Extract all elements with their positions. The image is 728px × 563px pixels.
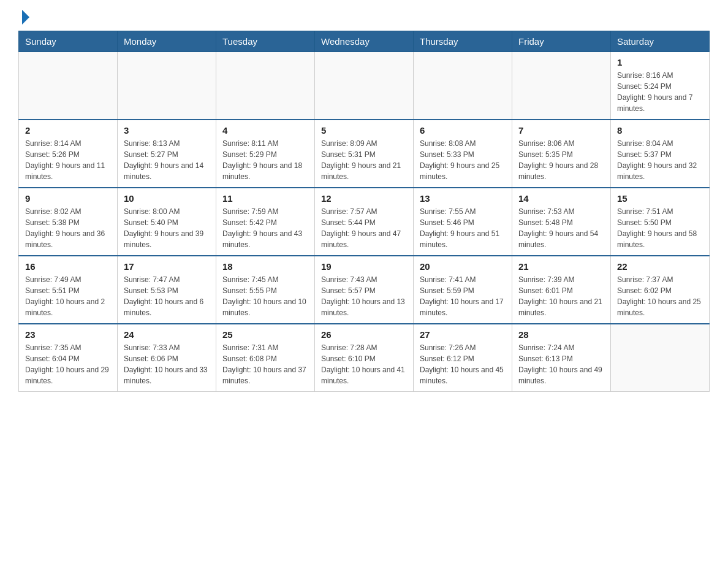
- calendar-cell: 7Sunrise: 8:06 AMSunset: 5:35 PMDaylight…: [512, 120, 611, 188]
- calendar-cell: 20Sunrise: 7:41 AMSunset: 5:59 PMDayligh…: [414, 256, 512, 324]
- page-header: [18, 12, 710, 25]
- day-info: Sunrise: 7:51 AMSunset: 5:50 PMDaylight:…: [617, 206, 703, 250]
- calendar-cell: 4Sunrise: 8:11 AMSunset: 5:29 PMDaylight…: [216, 120, 315, 188]
- day-info: Sunrise: 7:41 AMSunset: 5:59 PMDaylight:…: [420, 274, 506, 318]
- day-number: 24: [124, 329, 210, 340]
- logo-arrow-icon: [22, 10, 29, 25]
- calendar-cell: 21Sunrise: 7:39 AMSunset: 6:01 PMDayligh…: [512, 256, 611, 324]
- calendar-cell: [611, 324, 710, 392]
- day-info: Sunrise: 7:31 AMSunset: 6:08 PMDaylight:…: [222, 342, 308, 386]
- weekday-header-friday: Friday: [512, 31, 611, 52]
- weekday-header-sunday: Sunday: [19, 31, 118, 52]
- day-number: 13: [420, 193, 506, 204]
- week-row-2: 2Sunrise: 8:14 AMSunset: 5:26 PMDaylight…: [19, 120, 710, 188]
- day-number: 11: [222, 193, 308, 204]
- day-number: 14: [518, 193, 604, 204]
- calendar-cell: 10Sunrise: 8:00 AMSunset: 5:40 PMDayligh…: [118, 188, 216, 256]
- day-number: 4: [222, 125, 308, 136]
- calendar-cell: [414, 52, 512, 120]
- calendar-cell: 13Sunrise: 7:55 AMSunset: 5:46 PMDayligh…: [414, 188, 512, 256]
- calendar-cell: 19Sunrise: 7:43 AMSunset: 5:57 PMDayligh…: [315, 256, 414, 324]
- day-info: Sunrise: 8:09 AMSunset: 5:31 PMDaylight:…: [321, 138, 407, 182]
- day-info: Sunrise: 7:47 AMSunset: 5:53 PMDaylight:…: [124, 274, 210, 318]
- day-info: Sunrise: 8:02 AMSunset: 5:38 PMDaylight:…: [25, 206, 111, 250]
- calendar-cell: 11Sunrise: 7:59 AMSunset: 5:42 PMDayligh…: [216, 188, 315, 256]
- day-info: Sunrise: 7:33 AMSunset: 6:06 PMDaylight:…: [124, 342, 210, 386]
- weekday-header-row: SundayMondayTuesdayWednesdayThursdayFrid…: [19, 31, 710, 52]
- calendar-cell: 12Sunrise: 7:57 AMSunset: 5:44 PMDayligh…: [315, 188, 414, 256]
- day-number: 7: [518, 125, 604, 136]
- week-row-1: 1Sunrise: 8:16 AMSunset: 5:24 PMDaylight…: [19, 52, 710, 120]
- weekday-header-monday: Monday: [118, 31, 216, 52]
- calendar-cell: 1Sunrise: 8:16 AMSunset: 5:24 PMDaylight…: [611, 52, 710, 120]
- calendar-table: SundayMondayTuesdayWednesdayThursdayFrid…: [18, 31, 710, 392]
- weekday-header-saturday: Saturday: [611, 31, 710, 52]
- day-info: Sunrise: 8:08 AMSunset: 5:33 PMDaylight:…: [420, 138, 506, 182]
- day-number: 15: [617, 193, 703, 204]
- day-number: 2: [25, 125, 111, 136]
- calendar-cell: 3Sunrise: 8:13 AMSunset: 5:27 PMDaylight…: [118, 120, 216, 188]
- day-info: Sunrise: 8:16 AMSunset: 5:24 PMDaylight:…: [617, 70, 703, 114]
- day-info: Sunrise: 7:39 AMSunset: 6:01 PMDaylight:…: [518, 274, 604, 318]
- day-number: 1: [617, 57, 703, 67]
- calendar-cell: 24Sunrise: 7:33 AMSunset: 6:06 PMDayligh…: [118, 324, 216, 392]
- calendar-cell: 6Sunrise: 8:08 AMSunset: 5:33 PMDaylight…: [414, 120, 512, 188]
- day-number: 19: [321, 261, 407, 272]
- day-info: Sunrise: 8:11 AMSunset: 5:29 PMDaylight:…: [222, 138, 308, 182]
- day-info: Sunrise: 8:00 AMSunset: 5:40 PMDaylight:…: [124, 206, 210, 250]
- weekday-header-tuesday: Tuesday: [216, 31, 315, 52]
- day-number: 10: [124, 193, 210, 204]
- day-number: 9: [25, 193, 111, 204]
- calendar-cell: 26Sunrise: 7:28 AMSunset: 6:10 PMDayligh…: [315, 324, 414, 392]
- day-number: 6: [420, 125, 506, 136]
- logo: [18, 12, 29, 25]
- weekday-header-thursday: Thursday: [414, 31, 512, 52]
- day-info: Sunrise: 7:55 AMSunset: 5:46 PMDaylight:…: [420, 206, 506, 250]
- calendar-cell: 5Sunrise: 8:09 AMSunset: 5:31 PMDaylight…: [315, 120, 414, 188]
- day-info: Sunrise: 7:24 AMSunset: 6:13 PMDaylight:…: [518, 342, 604, 386]
- calendar-cell: 25Sunrise: 7:31 AMSunset: 6:08 PMDayligh…: [216, 324, 315, 392]
- calendar-cell: [118, 52, 216, 120]
- week-row-3: 9Sunrise: 8:02 AMSunset: 5:38 PMDaylight…: [19, 188, 710, 256]
- calendar-cell: 14Sunrise: 7:53 AMSunset: 5:48 PMDayligh…: [512, 188, 611, 256]
- day-number: 12: [321, 193, 407, 204]
- calendar-cell: [216, 52, 315, 120]
- calendar-cell: 2Sunrise: 8:14 AMSunset: 5:26 PMDaylight…: [19, 120, 118, 188]
- calendar-cell: 9Sunrise: 8:02 AMSunset: 5:38 PMDaylight…: [19, 188, 118, 256]
- day-info: Sunrise: 7:43 AMSunset: 5:57 PMDaylight:…: [321, 274, 407, 318]
- day-number: 28: [518, 329, 604, 340]
- day-number: 21: [518, 261, 604, 272]
- day-info: Sunrise: 7:53 AMSunset: 5:48 PMDaylight:…: [518, 206, 604, 250]
- calendar-cell: [19, 52, 118, 120]
- day-info: Sunrise: 8:14 AMSunset: 5:26 PMDaylight:…: [25, 138, 111, 182]
- day-number: 5: [321, 125, 407, 136]
- day-number: 27: [420, 329, 506, 340]
- day-number: 18: [222, 261, 308, 272]
- day-info: Sunrise: 7:45 AMSunset: 5:55 PMDaylight:…: [222, 274, 308, 318]
- day-info: Sunrise: 8:04 AMSunset: 5:37 PMDaylight:…: [617, 138, 703, 182]
- calendar-cell: 22Sunrise: 7:37 AMSunset: 6:02 PMDayligh…: [611, 256, 710, 324]
- day-info: Sunrise: 8:13 AMSunset: 5:27 PMDaylight:…: [124, 138, 210, 182]
- calendar-cell: 8Sunrise: 8:04 AMSunset: 5:37 PMDaylight…: [611, 120, 710, 188]
- day-number: 26: [321, 329, 407, 340]
- calendar-cell: [315, 52, 414, 120]
- day-info: Sunrise: 7:57 AMSunset: 5:44 PMDaylight:…: [321, 206, 407, 250]
- day-number: 8: [617, 125, 703, 136]
- day-info: Sunrise: 7:28 AMSunset: 6:10 PMDaylight:…: [321, 342, 407, 386]
- calendar-cell: 17Sunrise: 7:47 AMSunset: 5:53 PMDayligh…: [118, 256, 216, 324]
- day-info: Sunrise: 7:37 AMSunset: 6:02 PMDaylight:…: [617, 274, 703, 318]
- day-info: Sunrise: 7:49 AMSunset: 5:51 PMDaylight:…: [25, 274, 111, 318]
- day-number: 3: [124, 125, 210, 136]
- calendar-cell: 15Sunrise: 7:51 AMSunset: 5:50 PMDayligh…: [611, 188, 710, 256]
- calendar-cell: 18Sunrise: 7:45 AMSunset: 5:55 PMDayligh…: [216, 256, 315, 324]
- week-row-4: 16Sunrise: 7:49 AMSunset: 5:51 PMDayligh…: [19, 256, 710, 324]
- day-number: 22: [617, 261, 703, 272]
- calendar-cell: 27Sunrise: 7:26 AMSunset: 6:12 PMDayligh…: [414, 324, 512, 392]
- calendar-cell: [512, 52, 611, 120]
- day-number: 20: [420, 261, 506, 272]
- calendar-cell: 16Sunrise: 7:49 AMSunset: 5:51 PMDayligh…: [19, 256, 118, 324]
- day-number: 23: [25, 329, 111, 340]
- day-info: Sunrise: 7:35 AMSunset: 6:04 PMDaylight:…: [25, 342, 111, 386]
- week-row-5: 23Sunrise: 7:35 AMSunset: 6:04 PMDayligh…: [19, 324, 710, 392]
- day-number: 25: [222, 329, 308, 340]
